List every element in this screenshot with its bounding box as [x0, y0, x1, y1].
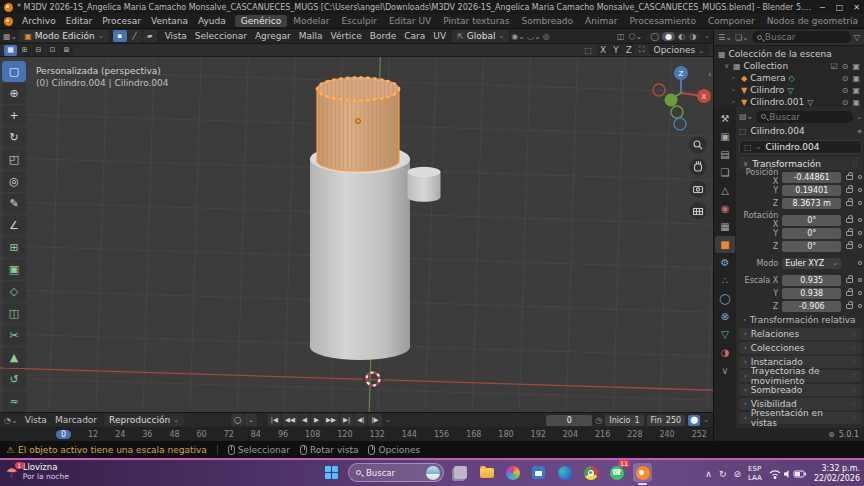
orientation-selector[interactable]: ⇱ Global ⌄	[452, 30, 509, 42]
timeline-menu[interactable]: Marcador	[51, 415, 101, 425]
panel-trayectorias[interactable]: ›Trayectorias de movimiento∷	[739, 370, 862, 382]
smooth-tool[interactable]: ≈	[2, 391, 26, 412]
rotation-x-field[interactable]: 0°	[782, 215, 841, 226]
outliner-item-cilindro[interactable]: › ▼ Cilindro ▽ ⊙ ▣	[716, 84, 862, 96]
workspace-tab[interactable]: Pintar texturas	[437, 15, 515, 27]
lock-icon[interactable]	[846, 244, 853, 249]
display-mode-icon[interactable]: ❏⌄	[735, 33, 749, 42]
current-frame-field[interactable]: 0	[546, 415, 592, 426]
play-button[interactable]: ▶	[311, 414, 322, 426]
collection-tab[interactable]: ▦	[715, 218, 735, 235]
chevron-down-icon[interactable]: ⌄	[856, 113, 862, 121]
lock-icon[interactable]	[846, 188, 853, 193]
mirror-axis-button[interactable]: X	[597, 45, 609, 55]
panel-presentacion[interactable]: ›Presentación en vistas∷	[739, 412, 862, 424]
playback-menu[interactable]: Reproducción ⌄	[104, 414, 184, 426]
hide-eye-icon[interactable]: ⊙	[842, 98, 849, 107]
blender-menu-icon[interactable]	[4, 17, 13, 26]
viewport-menu[interactable]: Cara	[400, 31, 429, 41]
viewport-menu[interactable]: Borde	[366, 31, 400, 41]
weather-widget[interactable]: ☂1 Llovizna Por la noche	[6, 462, 69, 482]
hide-eye-icon[interactable]: ⊙	[842, 74, 849, 83]
render-tab[interactable]: ▣	[715, 128, 735, 145]
workspace-tab[interactable]: Procesamiento	[623, 15, 702, 27]
annotate-tool[interactable]: ✎	[2, 193, 26, 214]
expand-icon[interactable]: ∨	[724, 62, 730, 70]
frame-end-field[interactable]: Fin 250	[647, 415, 686, 426]
frame-forward-button[interactable]: |▶	[368, 414, 381, 426]
select-intersect-icon[interactable]: ⊠	[60, 45, 73, 56]
lock-icon[interactable]	[846, 218, 853, 223]
select-set-icon[interactable]: ▦	[4, 45, 17, 56]
loop-cut-tool[interactable]: ◫	[2, 303, 26, 324]
workspace-tab[interactable]: Esculpir	[335, 15, 382, 27]
viewport-menu[interactable]: UV	[429, 31, 450, 41]
navigation-gizmo[interactable]: Z X	[653, 66, 711, 130]
sidebar-collapse-arrow[interactable]: ‹	[708, 69, 712, 79]
topbar-menu[interactable]: Ayuda	[193, 16, 231, 26]
animate-dot[interactable]	[858, 291, 862, 295]
lock-icon[interactable]	[846, 291, 853, 296]
workspace-tab[interactable]: Editar UV	[383, 15, 437, 27]
chevron-down-icon[interactable]: ⌄	[245, 414, 256, 426]
task-view-button[interactable]	[451, 463, 470, 482]
solid-shading[interactable]: ●	[662, 32, 675, 41]
viewport-menu[interactable]: Vértice	[327, 31, 366, 41]
position-y-field[interactable]: 0.19401	[782, 185, 841, 196]
viewport-menu[interactable]: Vista	[161, 31, 191, 41]
world-tab[interactable]: ◉	[715, 200, 735, 217]
scene-collection-row[interactable]: ▦ Colección de la escena	[716, 48, 862, 60]
material-tab[interactable]: ◑	[715, 344, 735, 361]
workspace-tab[interactable]: Sombreado	[516, 15, 579, 27]
keying-set-icon[interactable]: ⬤	[688, 415, 700, 426]
sync-icon[interactable]: ↻	[719, 469, 727, 479]
frame-back-button[interactable]: ◀|	[354, 414, 367, 426]
position-z-field[interactable]: 8.3673 m	[782, 198, 841, 209]
gizmo-y-neg[interactable]	[671, 106, 683, 118]
lock-icon[interactable]	[846, 278, 853, 283]
start-button[interactable]	[322, 463, 341, 482]
playback-sync-dropdown[interactable]: ⌄	[385, 416, 391, 424]
zoom-button[interactable]	[690, 137, 707, 154]
outliner-editor-icon[interactable]: ☰⌄	[718, 33, 732, 42]
hide-eye-icon[interactable]: ⊙	[842, 62, 849, 71]
edge-button[interactable]	[555, 463, 574, 482]
expand-icon[interactable]: ›	[732, 74, 738, 82]
select-box-tool[interactable]: ▢	[2, 61, 26, 82]
physics-tab[interactable]: ◯	[715, 290, 735, 307]
outliner-item-cilindro-001[interactable]: › ▼ Cilindro.001 ▽ ⊙ ▣	[716, 96, 862, 107]
prev-keyframe-button[interactable]: ◀◀	[282, 414, 298, 426]
inset-faces-tool[interactable]: ▣	[2, 259, 26, 280]
scale-tool[interactable]: ◰	[2, 149, 26, 170]
measure-tool[interactable]: ∠	[2, 215, 26, 236]
edge-select-mode[interactable]: ╱	[128, 30, 142, 42]
language-indicator[interactable]: ESP LAA	[748, 465, 762, 483]
animate-dot[interactable]	[858, 218, 862, 222]
camera-visibility-icon[interactable]: ▣	[852, 86, 860, 95]
animate-dot[interactable]	[858, 231, 862, 235]
workspace-tab[interactable]: Componer	[702, 15, 761, 27]
lock-icon[interactable]	[846, 304, 853, 309]
file-explorer-button[interactable]	[477, 463, 496, 482]
transform-tool[interactable]: ◎	[2, 171, 26, 192]
material-shading[interactable]: ◐	[677, 32, 686, 41]
topbar-menu[interactable]: Ventana	[146, 16, 193, 26]
cursor-tool[interactable]: ⊕	[2, 83, 26, 104]
animate-dot[interactable]	[858, 175, 862, 179]
expand-icon[interactable]: ›	[732, 98, 738, 106]
close-button[interactable]: ✕	[853, 3, 860, 12]
timeline-editor-icon[interactable]: ◔⌄	[4, 416, 18, 425]
properties-editor-icon[interactable]: ▤⌄	[739, 112, 753, 121]
chrome-button[interactable]	[581, 463, 600, 482]
camera-visibility-icon[interactable]: ▣	[852, 74, 860, 83]
photos-button[interactable]	[503, 463, 522, 482]
viewport-menu[interactable]: Malla	[295, 31, 327, 41]
mug-body-cylinder[interactable]	[310, 145, 410, 361]
timeline-menu[interactable]: Vista	[21, 415, 51, 425]
extrude-region-tool[interactable]: ⊞	[2, 237, 26, 258]
object-name-field[interactable]: ⬚ ⌄ Cilindro.004	[739, 140, 862, 154]
taskbar-search[interactable]: Buscar	[348, 463, 444, 482]
next-keyframe-button[interactable]: ▶▶	[323, 414, 339, 426]
workspace-tab[interactable]: Genérico	[235, 15, 287, 27]
panel-relaciones[interactable]: ›Relaciones∷	[739, 328, 862, 340]
